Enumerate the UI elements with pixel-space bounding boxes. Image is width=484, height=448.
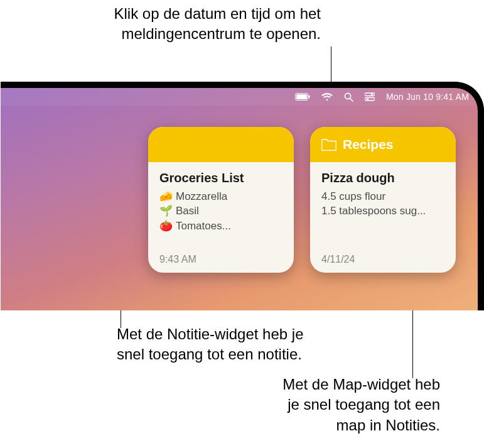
list-item: 🌱 Basil: [159, 204, 282, 218]
notes-folder-widget[interactable]: Recipes Pizza dough 4.5 cups flour 1.5 t…: [310, 127, 456, 273]
folder-name: Recipes: [343, 137, 394, 152]
svg-point-8: [367, 98, 368, 100]
item-text: Mozzarella: [176, 189, 227, 204]
note-timestamp: 9:43 AM: [159, 254, 282, 265]
widgets-area: Groceries List 🧀 Mozzarella 🌱 Basil 🍅 To…: [148, 127, 456, 273]
callout-text: Met de Map-widget heb: [282, 376, 440, 393]
callout-text: map in Notities.: [336, 417, 440, 434]
callout-note-widget: Met de Notitie-widget heb je snel toegan…: [117, 324, 304, 365]
control-center-icon[interactable]: [365, 92, 375, 101]
leader-line: [331, 46, 331, 82]
svg-line-4: [350, 98, 353, 101]
callout-folder-widget: Met de Map-widget heb je snel toegang to…: [282, 374, 440, 435]
callout-text: je snel toegang tot een: [288, 396, 440, 413]
note-timestamp: 4/11/24: [321, 254, 444, 265]
battery-icon[interactable]: [295, 93, 310, 101]
spotlight-icon[interactable]: [344, 92, 353, 102]
callout-top: Klik op de datum en tijd om het meldinge…: [0, 4, 321, 45]
list-item: 🍅 Tomatoes...: [159, 219, 282, 233]
svg-rect-5: [365, 93, 375, 96]
callout-text: Klik op de datum en tijd om het meldinge…: [114, 5, 321, 42]
widget-body: Groceries List 🧀 Mozzarella 🌱 Basil 🍅 To…: [148, 162, 294, 273]
widget-header: Recipes: [310, 127, 456, 162]
wifi-icon[interactable]: [321, 93, 333, 101]
list-item: 🧀 Mozzarella: [159, 189, 282, 204]
menubar-datetime[interactable]: Mon Jun 10 9:41 AM: [386, 92, 469, 102]
widget-body: Pizza dough 4.5 cups flour 1.5 tablespoo…: [310, 162, 456, 273]
widget-header: [148, 127, 294, 162]
item-emoji: 🌱: [159, 204, 172, 218]
item-emoji: 🍅: [159, 219, 172, 233]
svg-rect-1: [296, 94, 307, 99]
folder-icon: [321, 139, 336, 151]
note-items: 🧀 Mozzarella 🌱 Basil 🍅 Tomatoes...: [159, 189, 282, 250]
svg-rect-7: [365, 98, 375, 101]
svg-rect-2: [308, 96, 309, 99]
item-text: Tomatoes...: [176, 219, 231, 233]
note-line: 4.5 cups flour: [321, 189, 444, 204]
item-text: Basil: [176, 204, 199, 218]
note-line: 1.5 tablespoons sug...: [321, 204, 444, 218]
note-title: Groceries List: [159, 171, 282, 185]
item-emoji: 🧀: [159, 189, 172, 204]
notes-note-widget[interactable]: Groceries List 🧀 Mozzarella 🌱 Basil 🍅 To…: [148, 127, 294, 273]
callout-text: Met de Notitie-widget heb je: [117, 325, 304, 342]
callout-text: snel toegang tot een notitie.: [117, 346, 302, 363]
mac-screen: Mon Jun 10 9:41 AM Groceries List 🧀 Mozz…: [1, 82, 484, 310]
note-lines: 4.5 cups flour 1.5 tablespoons sug...: [321, 189, 444, 250]
svg-point-6: [371, 94, 373, 96]
note-title: Pizza dough: [321, 171, 444, 185]
menubar: Mon Jun 10 9:41 AM: [1, 88, 478, 106]
